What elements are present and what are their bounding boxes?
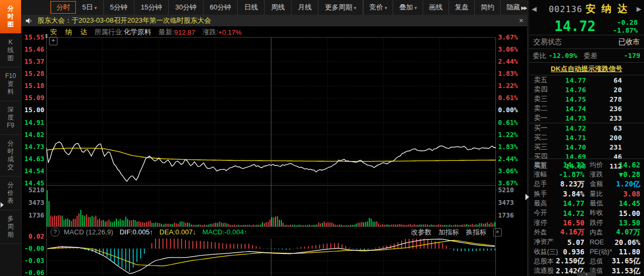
change-amount: -0.28 xyxy=(617,18,638,26)
sidebar-item-depth-f9[interactable]: 深度F9 xyxy=(0,101,21,135)
stats-row: 总股本2.150亿总值31.65亿 xyxy=(529,257,644,266)
order-volume: 278 xyxy=(591,95,622,103)
axis-tick-label: 2.44% xyxy=(498,155,518,163)
stats-cell: 涨停16.50 xyxy=(529,219,586,228)
tab-周线[interactable]: 周线 xyxy=(265,0,291,15)
order-price: 14.71 xyxy=(551,134,586,142)
panel-divider-handle[interactable] xyxy=(525,194,529,200)
next-stock-arrow-icon[interactable]: ▶ xyxy=(634,5,644,13)
macd-close-icon[interactable]: × xyxy=(493,228,502,236)
stat-value: 3.84% xyxy=(563,190,584,198)
stat-value: 4.16万 xyxy=(560,228,584,237)
order-book-row[interactable]: 买二14.71200 xyxy=(529,133,644,142)
order-book-row[interactable]: 卖二14.74236 xyxy=(529,104,644,113)
macd-button-换指标[interactable]: 换指标 xyxy=(466,228,486,237)
tab-15分钟[interactable]: 15分钟 xyxy=(134,0,169,15)
weicha-label: 委差 xyxy=(583,51,597,61)
stats-row: 涨停16.50跌停13.50 xyxy=(529,218,644,228)
stat-value: 14.62 xyxy=(619,161,640,169)
tab-日线[interactable]: 日线 xyxy=(238,0,265,15)
status-value: 已收市 xyxy=(619,37,640,47)
axis-tick-label: 1.83% xyxy=(498,70,518,78)
stats-row: 今开14.72昨收15.00 xyxy=(529,209,644,218)
close-icon[interactable]: × xyxy=(519,15,523,26)
stat-value: 14.72 xyxy=(563,209,584,218)
dk-signal-link[interactable]: DK点自动提示涨跌信号 xyxy=(551,64,622,74)
axis-tick-label: 2.44% xyxy=(498,57,518,66)
macd-button-改参数[interactable]: 改参数 xyxy=(411,228,432,237)
axis-tick-label: 14.91 xyxy=(21,119,44,127)
axis-tick-label: 3.06% xyxy=(498,167,518,175)
stat-label: 换手 xyxy=(534,190,547,199)
sidebar-item-kline[interactable]: K线图 xyxy=(0,34,21,67)
stat-value: 14.72 xyxy=(563,161,584,169)
order-book-row[interactable]: 卖三14.75278 xyxy=(529,94,644,104)
axis-tick-label: 0.61% xyxy=(498,119,518,127)
stats-cell: 收益(三)0.936 xyxy=(529,248,586,257)
sidebar-item-label: 价 xyxy=(0,189,21,197)
stats-row: 最高14.77最低14.45 xyxy=(529,199,644,208)
toolbar-button-复盘[interactable]: 复盘 xyxy=(449,0,475,15)
tab-5分钟[interactable]: 5分钟 xyxy=(104,0,134,15)
order-level-label: 卖四 xyxy=(534,85,551,94)
sidebar-item-timeshare-trades[interactable]: 分时成交 xyxy=(0,135,21,176)
toolbar-button-简约[interactable]: 简约 xyxy=(475,0,501,15)
timeshare-chart-canvas[interactable] xyxy=(46,34,496,276)
macd-buttons: 改参数加指标换指标 xyxy=(411,228,493,237)
help-icon[interactable]: ? xyxy=(51,228,60,236)
stat-value: ▼0.28 xyxy=(619,170,640,179)
axis-tick-label: 14.82 xyxy=(21,131,44,139)
stat-value: 11.80 xyxy=(619,248,640,256)
order-book-row[interactable]: 卖一14.73233 xyxy=(529,113,644,123)
axis-tick-label: 14.63 xyxy=(21,155,44,163)
order-price: 14.76 xyxy=(551,86,586,94)
prev-stock-arrow-icon[interactable]: ◀ xyxy=(529,5,539,13)
sidebar-item-multi-period[interactable]: 多周期 xyxy=(0,210,21,244)
stat-label: 涨停 xyxy=(534,219,547,228)
stat-value: 3.08 xyxy=(623,190,640,198)
toolbar-button-竞价[interactable]: 竞价▾ xyxy=(364,0,394,15)
stat-label: 金额 xyxy=(590,180,603,189)
axis-tick-label: 3.06% xyxy=(498,45,518,54)
stock-trading-app: 分时图K线图F10资料深度F9分时成交分价表多周期 分时5日▾5分钟15分钟30… xyxy=(0,0,644,276)
order-book-row[interactable]: 卖五14.7764 xyxy=(529,75,644,85)
tab-月线[interactable]: 月线 xyxy=(291,0,318,15)
tab-5日[interactable]: 5日▾ xyxy=(76,0,104,15)
stat-value: 13.50 xyxy=(619,219,640,227)
toolbar-button-画线[interactable]: 画线 xyxy=(423,0,449,15)
crosshair-marker[interactable]: + xyxy=(49,37,57,45)
stats-row: 换手3.84%量比3.08 xyxy=(529,189,644,199)
axis-tick-label: -0.03 xyxy=(21,257,44,265)
tab-更多周期[interactable]: 更多周期▾ xyxy=(318,0,363,15)
stats-cell: 最高14.77 xyxy=(529,199,586,208)
order-book-row[interactable]: 买三14.70231 xyxy=(529,142,644,152)
stat-value: 8.23万 xyxy=(560,180,584,189)
macd-dif-value: DIF:0.005↑ xyxy=(120,228,153,236)
stat-label: 跌停 xyxy=(590,219,603,228)
tab-分时[interactable]: 分时 xyxy=(51,1,76,14)
stat-value: 4.07万 xyxy=(616,228,640,237)
axis-drag-handle[interactable]: ⇕ xyxy=(44,33,48,39)
stat-label: 涨幅 xyxy=(534,170,547,179)
panel-collapse-handle[interactable]: ▲ xyxy=(577,272,596,276)
news-ticker: 股东大会：于2023-03-08召开2023年第一次临时股东大会 × xyxy=(21,15,529,26)
sidebar-item-timeshare[interactable]: 分时图 xyxy=(0,0,21,34)
latest-label: 最新: xyxy=(159,27,174,37)
sidebar-collapse-handle[interactable] xyxy=(1,202,4,208)
stat-label: 量比 xyxy=(590,190,603,199)
axis-tick-label: 15.46 xyxy=(21,45,44,54)
tab-30分钟[interactable]: 30分钟 xyxy=(169,0,203,15)
order-book-row[interactable]: 买一14.7263 xyxy=(529,123,644,133)
dk-signal-row: DK点自动提示涨跌信号 xyxy=(529,62,644,75)
toolbar-button-叠加[interactable]: 叠加▾ xyxy=(393,0,423,15)
stat-label: 收益(三) xyxy=(534,248,558,257)
stat-label: 最新 xyxy=(534,161,547,170)
sidebar-item-label: 分 xyxy=(0,5,21,13)
macd-button-加指标[interactable]: 加指标 xyxy=(438,228,459,237)
tab-60分钟[interactable]: 60分钟 xyxy=(203,0,238,15)
order-price: 14.77 xyxy=(551,76,586,84)
sidebar-item-f10-info[interactable]: F10资料 xyxy=(0,67,21,101)
stats-row: 外盘4.16万内盘4.07万 xyxy=(529,228,644,237)
order-book-row[interactable]: 卖四14.7620 xyxy=(529,85,644,94)
weicha-value: -179 xyxy=(624,52,640,60)
